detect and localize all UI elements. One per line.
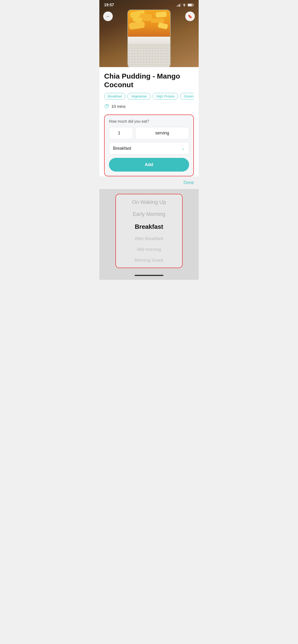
svg-point-4 [184,6,185,7]
picker-item-mid-morning[interactable]: Mid-morning [116,244,182,255]
picker-item-after-breakfast[interactable]: After Breakfast [116,233,182,244]
home-indicator-area [99,273,199,280]
svg-rect-3 [180,3,181,7]
picker-item-early-morning[interactable]: Early Morning [116,208,182,220]
back-icon: ← [106,14,110,19]
meal-type-dropdown[interactable]: Breakfast ⌄ [109,142,189,154]
svg-rect-1 [178,5,179,7]
picker-item-morning-snack[interactable]: Morning Snack [116,255,182,266]
bookmark-button[interactable]: 🔖 [185,12,195,21]
unit-display: serving [135,127,189,139]
done-button[interactable]: Done [184,180,194,185]
dropdown-arrow-icon: ⌄ [181,146,185,151]
back-button[interactable]: ← [103,12,113,21]
tag-gluten-free[interactable]: Gluten Free [180,93,194,100]
picker-item-breakfast[interactable]: Breakfast [116,220,182,233]
status-time: 19:57 [104,3,114,7]
tag-vegetarian[interactable]: Vegetarian [127,93,151,100]
picker-item-on-waking[interactable]: On Waking Up [116,196,182,208]
tags-row: Breakfast Vegetarian High Protein Gluten… [104,93,194,100]
content-area: Chia Pudding - Mango Coconut Breakfast V… [99,67,199,176]
time-text: 10 mins [111,104,126,109]
status-bar: 19:57 [99,0,199,7]
done-row: Done [99,176,199,189]
home-bar [135,275,163,276]
tag-high-protein[interactable]: High Protein [153,93,178,100]
quantity-input[interactable] [109,127,133,139]
wifi-icon [182,3,186,7]
picker-wheel[interactable]: On Waking Up Early Morning Breakfast Aft… [115,194,183,268]
signal-icon [177,3,181,7]
svg-rect-7 [188,4,192,6]
time-row: ⏱ 10 mins [104,104,194,110]
quantity-row: serving [109,127,189,139]
tag-breakfast[interactable]: Breakfast [104,93,125,100]
add-button[interactable]: Add [109,158,189,172]
meal-type-label: Breakfast [113,146,131,151]
status-icons [177,3,194,7]
picker-area: On Waking Up Early Morning Breakfast Aft… [99,189,199,273]
svg-rect-6 [193,4,194,6]
eat-tracker-card: How much did you eat? serving Breakfast … [104,114,194,176]
svg-rect-0 [177,6,177,7]
svg-rect-2 [179,4,180,7]
bookmark-icon: 🔖 [188,14,192,19]
eat-question: How much did you eat? [109,119,189,124]
recipe-title: Chia Pudding - Mango Coconut [104,72,194,89]
timer-icon: ⏱ [104,104,109,110]
battery-icon [188,3,194,7]
